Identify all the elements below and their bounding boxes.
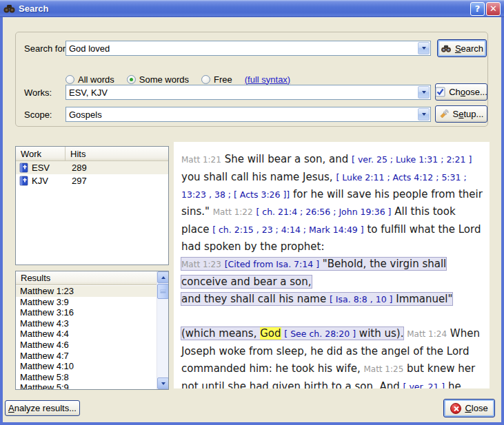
scroll-thumb[interactable]	[157, 284, 169, 299]
radio-label: All words	[78, 74, 114, 85]
verse-text: (which means,	[181, 327, 260, 340]
cross-reference[interactable]: [ ch. 21:4 ; 26:56 ; John 19:36 ]	[256, 207, 391, 217]
hits-table-header: Work Hits	[16, 147, 168, 161]
list-item[interactable]: Matthew 4:3	[16, 318, 157, 329]
checkmark-icon	[435, 87, 445, 97]
verse-text: with us).	[356, 327, 403, 340]
column-header-work[interactable]: Work	[16, 147, 65, 160]
book-icon	[19, 176, 29, 186]
list-item[interactable]: Matthew 4:4	[16, 329, 157, 340]
cross-reference[interactable]: [Cited from Isa. 7:14 ]	[225, 259, 319, 269]
close-button-label: Close	[465, 403, 487, 413]
verse-text: and they shall call his name	[181, 293, 330, 305]
verse-text: Immanuel"	[392, 293, 452, 305]
highlighted-verse: (which means, God [ See ch. 28:20 ] with…	[181, 327, 403, 340]
list-item[interactable]: Matthew 1:23	[16, 286, 157, 297]
wrench-icon	[439, 109, 450, 119]
column-header-hits[interactable]: Hits	[65, 147, 90, 160]
titlebar: Search ? ✕	[0, 0, 504, 17]
list-item[interactable]: Matthew 5:9	[16, 382, 157, 389]
work-name: KJV	[32, 176, 65, 186]
window-title: Search	[19, 3, 469, 14]
search-button[interactable]: Search	[437, 39, 487, 57]
preview-pane[interactable]: Matt 1:21 She will bear a son, and [ ver…	[174, 142, 490, 388]
setup-button-label: Setup...	[453, 109, 484, 119]
radio-free[interactable]: Free	[201, 74, 232, 85]
binoculars-icon	[3, 3, 15, 14]
chevron-down-icon[interactable]	[418, 108, 430, 121]
radio-label: Some words	[139, 74, 189, 85]
search-combobox	[65, 41, 431, 56]
cross-reference[interactable]: [ ver. 25 ; Luke 1:31 ; 2:21 ]	[352, 154, 472, 165]
binoculars-icon	[441, 44, 452, 53]
highlighted-verse: Matt 1:23 [Cited from Isa. 7:14 ] "Behol…	[181, 258, 446, 288]
word-mode-options: All wordsSome wordsFree (full syntax)	[65, 74, 290, 85]
hits-count: 289	[65, 163, 87, 173]
search-window: Search ? ✕ Search for: Search	[0, 0, 504, 425]
choose-button-label: Choose...	[449, 87, 487, 97]
list-item[interactable]: Matthew 4:10	[16, 361, 157, 372]
list-item[interactable]: Matthew 4:7	[16, 351, 157, 362]
hits-table: Work Hits ESV289KJV297	[15, 146, 169, 265]
verse-number: Matt 1:21	[181, 155, 221, 165]
close-button[interactable]: Close	[443, 399, 495, 417]
scope-combobox	[65, 107, 431, 122]
works-combobox	[65, 85, 431, 100]
works-input[interactable]	[66, 85, 417, 99]
results-scrollbar	[157, 271, 168, 389]
cross-reference[interactable]: [ ver. 21 ]	[403, 382, 445, 388]
table-row[interactable]: ESV289	[16, 161, 168, 174]
radio-all-words[interactable]: All words	[65, 74, 114, 85]
search-input[interactable]	[66, 41, 417, 55]
scope-label: Scope:	[24, 110, 52, 120]
dialog-body: Search for: Search All wordsSome wordsFr…	[3, 17, 501, 422]
search-for-label: Search for:	[24, 43, 68, 54]
choose-button[interactable]: Choose...	[435, 83, 487, 101]
preview-content: Matt 1:21 She will bear a son, and [ ver…	[181, 151, 485, 388]
cross-reference[interactable]: [ See ch. 28:20 ]	[284, 329, 356, 339]
cross-reference[interactable]: [ ch. 2:15 , 23 ; 4:14 ; Mark 14:49 ]	[212, 225, 364, 235]
radio-label: Free	[214, 74, 232, 85]
list-item[interactable]: Matthew 4:6	[16, 340, 157, 351]
work-name: ESV	[32, 163, 65, 173]
scroll-up-button[interactable]	[157, 271, 169, 283]
radio-circle-icon[interactable]	[65, 75, 74, 84]
highlighted-verse: and they shall call his name [ Isa. 8:8 …	[181, 293, 452, 305]
window-close-button[interactable]: ✕	[486, 2, 501, 16]
results-list: Results Matthew 1:23Matthew 3:9Matthew 3…	[15, 271, 169, 390]
book-icon	[19, 163, 29, 173]
table-row[interactable]: KJV297	[16, 174, 168, 187]
works-label: Works:	[24, 87, 52, 98]
close-icon	[450, 403, 461, 414]
list-item[interactable]: Matthew 3:16	[16, 307, 157, 318]
list-item[interactable]: Matthew 5:8	[16, 372, 157, 383]
analyze-results-button[interactable]: Analyze results...	[5, 400, 80, 416]
results-header[interactable]: Results	[16, 271, 157, 285]
full-syntax-link[interactable]: (full syntax)	[245, 74, 290, 85]
cross-reference[interactable]: [ Isa. 8:8 , 10 ]	[330, 294, 392, 304]
help-button[interactable]: ?	[470, 2, 485, 16]
chevron-down-icon[interactable]	[418, 42, 430, 54]
radio-circle-icon[interactable]	[127, 75, 136, 84]
search-button-label: Search	[455, 43, 483, 54]
hits-count: 297	[65, 176, 87, 186]
radio-circle-icon[interactable]	[201, 75, 210, 84]
chevron-down-icon[interactable]	[418, 86, 430, 99]
scope-input[interactable]	[66, 107, 417, 121]
verse-number: Matt 1:23	[181, 260, 221, 269]
verse-number: Matt 1:22	[213, 207, 253, 217]
setup-button[interactable]: Setup...	[435, 105, 487, 123]
search-panel: Search for: Search All wordsSome wordsFr…	[15, 32, 488, 127]
verse-number: Matt 1:25	[363, 364, 403, 374]
verse-text: She will bear a son, and	[221, 153, 352, 165]
analyze-results-label: Analyze results...	[8, 403, 77, 413]
search-match: God	[260, 327, 281, 340]
verse-number: Matt 1:24	[407, 329, 447, 339]
radio-some-words[interactable]: Some words	[127, 74, 189, 85]
list-item[interactable]: Matthew 3:9	[16, 297, 157, 308]
verse-text: you shall call his name Jesus,	[181, 171, 336, 183]
scroll-down-button[interactable]	[157, 377, 169, 389]
